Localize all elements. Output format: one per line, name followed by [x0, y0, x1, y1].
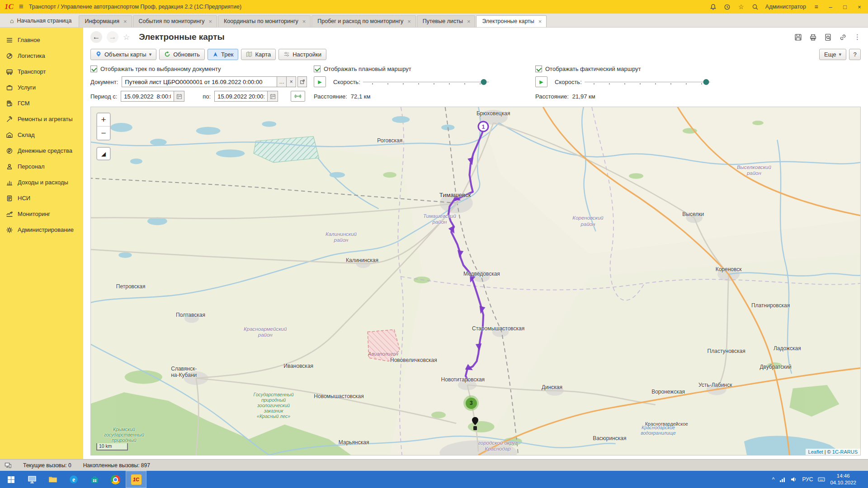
forward-button[interactable]: → — [107, 31, 118, 43]
taskbar-store[interactable] — [84, 471, 105, 488]
track-button[interactable]: Трек — [208, 49, 238, 60]
marker-start[interactable]: 1 — [478, 121, 489, 132]
zoom-in-button[interactable]: + — [97, 113, 110, 127]
minimize-button[interactable]: – — [826, 4, 835, 10]
sidebar-item-main[interactable]: Главное — [0, 32, 83, 48]
history-icon[interactable] — [723, 3, 731, 11]
sidebar-item-warehouse[interactable]: Склад — [0, 127, 83, 143]
tab-close-icon[interactable]: × — [407, 19, 411, 24]
sidebar-item-personnel[interactable]: Персонал — [0, 159, 83, 174]
tab-home[interactable]: ⌂ Начальная страница — [3, 15, 79, 27]
tab-Координаты по мониторингу[interactable]: Координаты по мониторингу× — [218, 15, 311, 27]
period-to-input[interactable] — [214, 91, 268, 102]
map-container[interactable]: БрюховецкаяРоговскаяТимашевскТимашевский… — [90, 107, 861, 455]
map-objects-button[interactable]: Объекты карты ▾ — [90, 49, 156, 60]
actual-speed-slider[interactable] — [585, 76, 710, 87]
language-indicator[interactable]: РУС — [802, 476, 813, 483]
sidebar-item-income[interactable]: Доходы и расходы — [0, 174, 83, 190]
taskbar-clock[interactable]: 14:46 04.10.2022 — [830, 473, 856, 486]
print-icon[interactable] — [809, 33, 817, 41]
planned-speed-slider[interactable] — [363, 76, 489, 87]
tab-Пробег и расход по мониторингу[interactable]: Пробег и расход по мониторингу× — [311, 15, 415, 27]
favorites-icon[interactable]: ☆ — [737, 3, 745, 11]
taskbar-chrome[interactable] — [105, 471, 126, 488]
more-commands-icon[interactable]: ⋮ — [854, 33, 861, 41]
period-from-input[interactable] — [121, 91, 174, 102]
calendar-icon[interactable] — [268, 91, 278, 102]
tab-close-icon[interactable]: × — [467, 19, 471, 24]
sidebar-item-label: Логистика — [18, 52, 45, 59]
tab-Электронные карты[interactable]: Электронные карты× — [476, 15, 547, 27]
map-button[interactable]: Карта — [241, 49, 276, 60]
vendor-link[interactable]: 1C-RARUS — [832, 449, 858, 455]
planned-speed-handle[interactable] — [481, 79, 486, 85]
checkbox-checked-icon[interactable] — [90, 66, 97, 72]
sidebar-item-nsi[interactable]: НСИ — [0, 190, 83, 206]
maximize-button[interactable]: □ — [841, 4, 849, 10]
back-button[interactable]: ← — [90, 31, 102, 43]
sidebar-item-transport[interactable]: Транспорт — [0, 64, 83, 80]
show-planned-checkbox[interactable]: Отображать плановый маршрут — [314, 66, 411, 72]
taskbar-computer[interactable] — [22, 471, 42, 488]
leaflet-link[interactable]: Leaflet — [808, 449, 823, 455]
sidebar-item-repairs[interactable]: Ремонты и агрегаты — [0, 111, 83, 127]
link-icon[interactable] — [839, 33, 847, 41]
slider-ticks — [586, 83, 708, 85]
main-menu-icon[interactable]: ≡ — [19, 2, 24, 11]
taskbar-1c-app[interactable]: 1С — [126, 471, 146, 488]
tray-expand-icon[interactable]: ^ — [772, 476, 775, 483]
tab-close-icon[interactable]: × — [208, 19, 212, 24]
sound-icon[interactable] — [791, 476, 797, 483]
calendar-icon[interactable] — [174, 91, 184, 102]
show-track-checkbox[interactable]: Отображать трек по выбранному документу — [90, 66, 221, 72]
sidebar-item-label: Главное — [18, 37, 40, 43]
tab-Информация[interactable]: Информация× — [79, 15, 132, 27]
refresh-button[interactable]: Обновить — [159, 49, 205, 60]
search-icon[interactable] — [751, 3, 759, 11]
tab-close-icon[interactable]: × — [123, 19, 127, 24]
tab-close-icon[interactable]: × — [538, 19, 542, 24]
current-user[interactable]: Администратор — [765, 4, 806, 10]
sidebar-item-fuel[interactable]: ГСМ — [0, 95, 83, 111]
sidebar-item-services[interactable]: Услуги — [0, 80, 83, 95]
taskbar-edge[interactable]: e — [63, 471, 84, 488]
marker-vehicle[interactable] — [471, 417, 479, 432]
tab-close-icon[interactable]: × — [302, 19, 306, 24]
document-input[interactable] — [122, 76, 277, 87]
show-actual-checkbox[interactable]: Отображать фактический маршрут — [535, 66, 641, 72]
network-icon[interactable] — [779, 476, 786, 483]
tab-label: События по мониторингу — [139, 18, 205, 24]
sidebar-item-monitoring[interactable]: Мониторинг — [0, 206, 83, 222]
planned-play-button[interactable]: ▶ — [314, 76, 326, 87]
service-menu-icon[interactable]: ≡ — [812, 3, 820, 11]
actual-speed-handle[interactable] — [703, 79, 709, 85]
measure-tool-button[interactable]: ◢ — [96, 147, 111, 160]
preview-icon[interactable] — [824, 33, 832, 41]
start-button[interactable] — [0, 471, 22, 488]
checkbox-checked-icon[interactable] — [535, 66, 542, 72]
help-button[interactable]: ? — [849, 49, 861, 60]
actual-play-button[interactable]: ▶ — [535, 76, 547, 87]
document-choose-button[interactable]: … — [277, 76, 287, 87]
keyboard-icon[interactable] — [818, 476, 825, 483]
warehouse-icon — [5, 131, 13, 139]
more-button[interactable]: Еще ▾ — [819, 49, 846, 60]
taskbar-explorer[interactable] — [42, 471, 63, 488]
tab-Путевые листы[interactable]: Путевые листы× — [417, 15, 476, 27]
settings-button[interactable]: Настройки — [278, 49, 326, 60]
save-icon[interactable] — [794, 33, 802, 41]
sidebar-item-money[interactable]: Денежные средства — [0, 143, 83, 159]
marker-cluster[interactable]: 3 — [463, 395, 479, 411]
close-button[interactable]: × — [855, 4, 863, 10]
document-clear-button[interactable]: × — [287, 76, 296, 87]
favorite-page-icon[interactable]: ☆ — [123, 33, 130, 42]
refresh-icon — [164, 51, 170, 57]
checkbox-checked-icon[interactable] — [314, 66, 321, 72]
monitoring-signal-button[interactable] — [291, 91, 305, 102]
sidebar-item-admin[interactable]: Администрирование — [0, 222, 83, 238]
document-open-button[interactable] — [297, 76, 307, 87]
tab-События по мониторингу[interactable]: События по мониторингу× — [133, 15, 217, 27]
sidebar-item-logistics[interactable]: Логистика — [0, 48, 83, 64]
zoom-out-button[interactable]: − — [97, 127, 110, 140]
notifications-icon[interactable] — [709, 3, 717, 11]
